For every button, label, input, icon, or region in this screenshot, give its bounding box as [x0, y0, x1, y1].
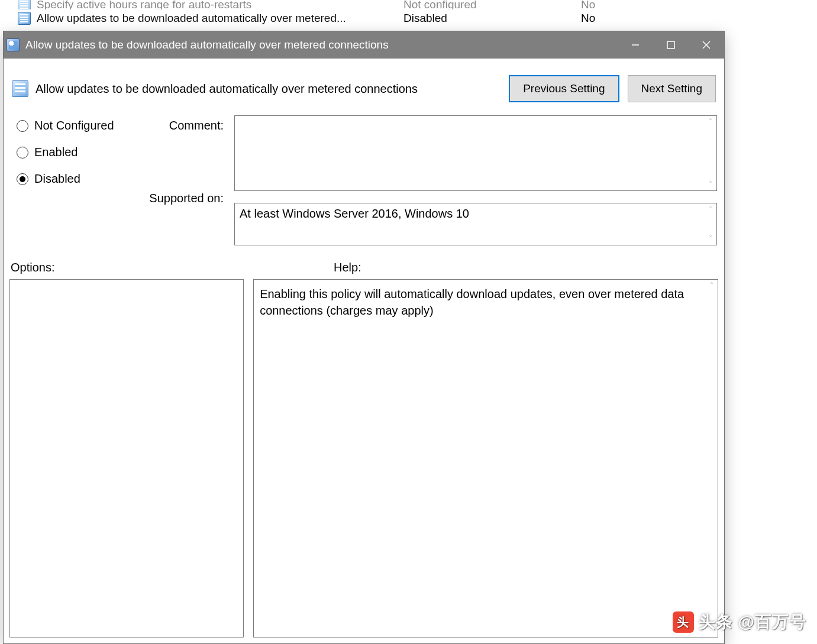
- scroll-up-icon[interactable]: [710, 280, 713, 292]
- policy-list-background: Specify active hours range for auto-rest…: [0, 0, 817, 30]
- scrollbar[interactable]: [705, 116, 716, 190]
- supported-on-label: Supported on:: [149, 192, 224, 205]
- radio-icon: [17, 120, 28, 132]
- policy-comment: No: [581, 12, 699, 25]
- scroll-down-icon[interactable]: [709, 179, 712, 190]
- help-text: Enabling this policy will automatically …: [254, 280, 718, 325]
- previous-setting-button[interactable]: Previous Setting: [509, 75, 619, 102]
- supported-on-field: At least Windows Server 2016, Windows 10: [234, 203, 717, 245]
- scroll-down-icon[interactable]: [709, 233, 712, 245]
- titlebar[interactable]: Allow updates to be downloaded automatic…: [4, 31, 724, 59]
- watermark: 头 头条 @百万号: [673, 611, 806, 633]
- policy-dialog: Allow updates to be downloaded automatic…: [3, 31, 725, 644]
- scrollbar[interactable]: [706, 280, 718, 637]
- options-panel: [9, 279, 244, 637]
- close-button[interactable]: [689, 31, 724, 59]
- radio-label: Disabled: [34, 172, 80, 186]
- policy-comment: No: [581, 0, 699, 9]
- maximize-button[interactable]: [653, 31, 689, 59]
- radio-enabled[interactable]: Enabled: [17, 145, 143, 159]
- radio-not-configured[interactable]: Not Configured: [17, 119, 143, 132]
- supported-on-value: At least Windows Server 2016, Windows 10: [235, 203, 705, 245]
- policy-row[interactable]: Allow updates to be downloaded automatic…: [0, 9, 816, 27]
- scroll-up-icon[interactable]: [709, 203, 712, 215]
- policy-icon: [18, 12, 31, 25]
- policy-row[interactable]: Specify active hours range for auto-rest…: [0, 0, 816, 9]
- radio-label: Enabled: [34, 145, 77, 159]
- radio-icon: [17, 147, 28, 158]
- radio-disabled[interactable]: Disabled: [17, 172, 143, 186]
- watermark-logo-icon: 头: [673, 611, 694, 633]
- options-label: Options:: [11, 261, 334, 274]
- radio-icon: [17, 173, 28, 185]
- svg-rect-1: [667, 41, 674, 48]
- help-panel: Enabling this policy will automatically …: [253, 279, 718, 637]
- help-label: Help:: [334, 261, 361, 274]
- policy-state: Disabled: [403, 12, 575, 25]
- background-strip: [725, 0, 817, 644]
- window-title: Allow updates to be downloaded automatic…: [25, 38, 618, 51]
- scroll-up-icon[interactable]: [709, 116, 712, 128]
- scrollbar[interactable]: [705, 203, 716, 245]
- policy-icon: [18, 0, 31, 9]
- policy-name: Specify active hours range for auto-rest…: [37, 0, 398, 9]
- minimize-button[interactable]: [618, 31, 653, 59]
- policy-icon: [12, 80, 28, 97]
- policy-name: Allow updates to be downloaded automatic…: [37, 12, 398, 25]
- comment-textarea[interactable]: [234, 115, 717, 191]
- comment-value: [235, 116, 705, 190]
- next-setting-button[interactable]: Next Setting: [628, 75, 716, 102]
- policy-title: Allow updates to be downloaded automatic…: [35, 82, 502, 96]
- watermark-text: 头条 @百万号: [699, 611, 806, 633]
- policy-state: Not configured: [403, 0, 575, 9]
- app-icon: [7, 38, 20, 51]
- comment-label: Comment:: [169, 119, 224, 132]
- radio-label: Not Configured: [34, 119, 114, 132]
